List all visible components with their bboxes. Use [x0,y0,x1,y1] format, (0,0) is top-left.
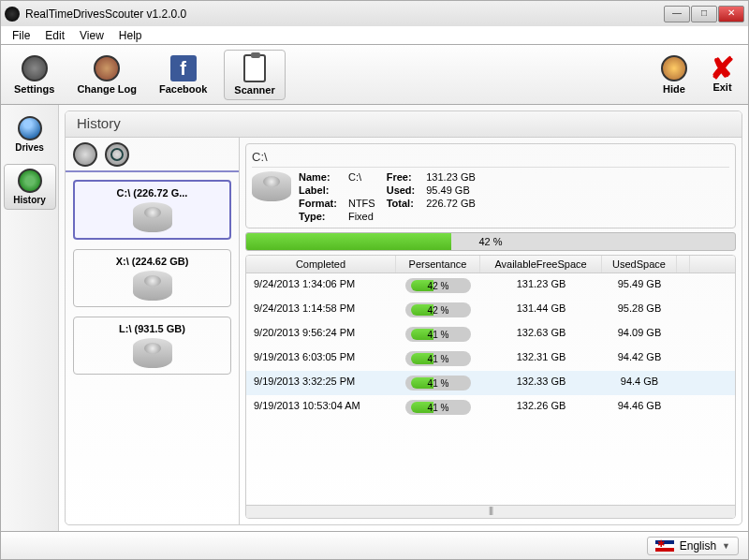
exit-icon: ✘ [710,57,735,80]
free-key: Free: [387,171,416,183]
drive-list: C:\ (226.72 G... X:\ (224.62 GB) L:\ (93… [66,170,239,382]
col-percent[interactable]: Persentance [396,256,480,273]
used-key: Used: [387,184,416,196]
format-val: NTFS [348,198,375,209]
cell-used: 94.09 GB [602,325,677,344]
cell-percent: 41 % [396,398,480,417]
menu-bar: File Edit View Help [0,26,749,45]
cell-free: 132.33 GB [480,374,602,392]
table-row[interactable]: 9/19/2013 10:53:04 AM41 %132.26 GB94.46 … [246,395,735,420]
menu-file[interactable]: File [5,29,37,42]
hdd-icon [133,202,172,232]
drive-column: C:\ (226.72 G... X:\ (224.62 GB) L:\ (93… [66,138,240,524]
language-label: English [680,539,716,553]
drive-detail: C:\ Name:C:\ Free:131.23 GB Label: Used:… [245,143,736,228]
settings-label: Settings [14,83,54,95]
history-table: Completed Persentance AvailableFreeSpace… [245,255,736,519]
cell-used: 94.42 GB [602,349,677,368]
settings-button[interactable]: Settings [8,53,60,96]
changelog-label: Change Log [77,83,137,95]
cell-percent: 41 % [396,374,480,392]
toolbar: Settings Change Log f Facebook Scanner H… [0,45,749,105]
close-button[interactable]: ✕ [718,6,744,22]
cell-used: 94.46 GB [602,398,677,417]
tab-drives[interactable]: Drives [4,112,56,156]
gear-icon [22,55,48,81]
tab-history-label: History [13,195,45,205]
hide-button[interactable]: Hide [655,53,693,96]
menu-view[interactable]: View [72,29,111,42]
minimize-button[interactable]: — [664,6,690,22]
col-completed[interactable]: Completed [246,256,396,273]
cell-free: 132.63 GB [480,325,602,344]
facebook-icon: f [170,55,197,81]
cell-free: 131.23 GB [480,276,602,295]
col-free[interactable]: AvailableFreeSpace [480,256,602,273]
cell-completed: 9/19/2013 3:32:25 PM [246,374,396,392]
app-icon [5,7,20,22]
scrollbar-gap [677,256,690,273]
cell-percent: 41 % [396,349,480,368]
exit-button[interactable]: ✘ Exit [704,55,741,95]
cell-completed: 9/19/2013 6:03:05 PM [246,349,396,368]
scan-icon[interactable] [73,142,97,167]
flag-icon [655,540,674,552]
format-key: Format: [299,198,337,209]
hide-icon [661,55,687,81]
cell-completed: 9/20/2013 9:56:24 PM [246,325,396,344]
cell-free: 132.31 GB [480,349,602,368]
log-icon [94,55,120,81]
facebook-label: Facebook [159,83,207,95]
window-title: RealTimeDrivesScouter v1.2.0.0 [25,7,664,21]
name-key: Name: [299,171,337,183]
cell-percent: 41 % [396,325,480,344]
table-row[interactable]: 9/20/2013 9:56:24 PM41 %132.63 GB94.09 G… [246,322,735,346]
detail-table: Name:C:\ Free:131.23 GB Label: Used:95.4… [299,171,476,222]
col-used[interactable]: UsedSpace [602,256,677,273]
name-val: C:\ [348,171,375,183]
panel-title: History [66,111,742,138]
cell-free: 131.44 GB [480,301,602,319]
drive-item-x[interactable]: X:\ (224.62 GB) [73,249,231,307]
menu-edit[interactable]: Edit [37,29,72,42]
usage-text: 42 % [478,236,502,247]
label-key: Label: [299,184,337,196]
type-val: Fixed [348,211,375,222]
drive-label: X:\ (224.62 GB) [81,256,223,267]
hdd-icon [252,171,291,201]
search-icon[interactable] [105,142,129,167]
cell-completed: 9/19/2013 10:53:04 AM [246,398,396,417]
drive-item-c[interactable]: C:\ (226.72 G... [73,180,231,240]
table-row[interactable]: 9/24/2013 1:34:06 PM42 %131.23 GB95.49 G… [246,273,735,298]
free-val: 131.23 GB [426,171,476,183]
label-val [348,184,375,196]
table-row[interactable]: 9/19/2013 3:32:25 PM41 %132.33 GB94.4 GB [246,371,735,395]
total-val: 226.72 GB [426,198,476,209]
detail-title: C:\ [252,150,729,168]
changelog-button[interactable]: Change Log [71,53,142,96]
scanner-button[interactable]: Scanner [224,50,285,100]
horizontal-scrollbar[interactable] [246,505,735,518]
hdd-icon [133,271,172,301]
table-body[interactable]: 9/24/2013 1:34:06 PM42 %131.23 GB95.49 G… [246,273,735,505]
used-val: 95.49 GB [426,184,476,196]
clipboard-icon [243,54,266,82]
cell-percent: 42 % [396,276,480,295]
table-row[interactable]: 9/24/2013 1:14:58 PM42 %131.44 GB95.28 G… [246,298,735,322]
scanner-label: Scanner [234,84,274,96]
language-selector[interactable]: English ▼ [647,537,739,555]
tab-drives-label: Drives [15,142,44,153]
cell-used: 94.4 GB [602,374,677,392]
maximize-button[interactable]: □ [691,6,717,22]
tab-history[interactable]: History [4,164,56,210]
cell-percent: 42 % [396,301,480,319]
drive-item-l[interactable]: L:\ (931.5 GB) [73,317,231,375]
facebook-button[interactable]: f Facebook [154,53,213,96]
cell-used: 95.28 GB [602,301,677,319]
type-key: Type: [299,211,337,222]
menu-help[interactable]: Help [111,29,150,42]
total-key: Total: [387,198,416,209]
table-row[interactable]: 9/19/2013 6:03:05 PM41 %132.31 GB94.42 G… [246,346,735,371]
main-area: Drives History History C:\ (226.72 G... [0,105,749,532]
cell-completed: 9/24/2013 1:14:58 PM [246,301,396,319]
